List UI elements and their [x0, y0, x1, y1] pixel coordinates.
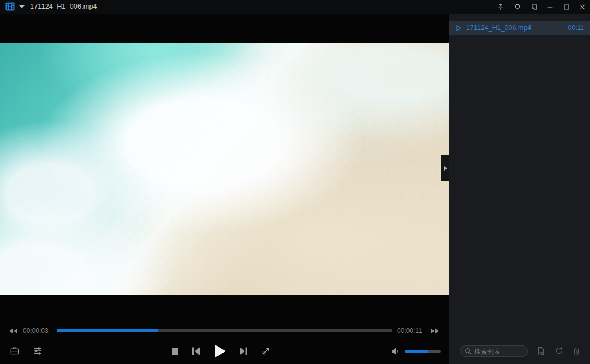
close-icon — [579, 3, 586, 11]
next-button[interactable] — [239, 347, 248, 356]
mini-mode-icon — [530, 3, 538, 11]
volume-slider-fill — [405, 350, 428, 353]
fullscreen-button[interactable] — [261, 347, 270, 356]
toolbox-icon — [9, 345, 20, 356]
toolbox-button[interactable] — [9, 345, 20, 356]
previous-icon — [191, 347, 201, 356]
refresh-button[interactable] — [553, 345, 565, 357]
current-time: 00:00:03 — [23, 327, 49, 335]
playlist-item-active[interactable]: 171124_H1_006.mp4 00:11 — [449, 21, 590, 35]
mini-mode-button[interactable] — [528, 2, 539, 12]
video-frame-beach-wave[interactable] — [0, 43, 449, 295]
collapse-panel-tab[interactable] — [441, 155, 450, 181]
lightbulb-button[interactable] — [512, 2, 523, 12]
settings-sliders-button[interactable] — [32, 345, 43, 356]
player-window: 171124_H1_006.mp4 — [0, 0, 590, 364]
lightbulb-icon — [514, 3, 521, 11]
refresh-icon — [555, 347, 563, 355]
maximize-button[interactable] — [561, 2, 572, 12]
clear-playlist-button[interactable] — [570, 345, 582, 357]
playlist-panel: 171124_H1_006.mp4 00:11 — [449, 14, 590, 364]
remove-invalid-button[interactable] — [535, 345, 547, 357]
fast-forward-button[interactable] — [430, 328, 440, 334]
title-dropdown-caret[interactable] — [19, 5, 25, 8]
seek-bar[interactable] — [57, 329, 392, 332]
play-button[interactable] — [214, 344, 226, 358]
playlist-search-box[interactable] — [460, 345, 528, 357]
trash-icon — [572, 347, 581, 355]
collapse-panel-arrow-icon — [444, 166, 447, 171]
rewind-icon — [9, 328, 18, 334]
settings-sliders-icon — [32, 345, 43, 356]
fullscreen-icon — [261, 347, 270, 356]
window-title: 171124_H1_006.mp4 — [30, 3, 97, 10]
minimize-button[interactable] — [545, 2, 556, 12]
speaker-icon — [390, 347, 400, 356]
fast-forward-icon — [430, 328, 440, 334]
stop-icon — [172, 348, 178, 355]
playlist-item-title: 171124_H1_006.mp4 — [466, 24, 568, 32]
stop-button[interactable] — [172, 348, 178, 355]
playlist-footer — [449, 344, 590, 359]
mute-button[interactable] — [390, 347, 400, 356]
playlist-item-duration: 00:11 — [568, 24, 584, 32]
player-area: 00:00:03 00:00:11 — [0, 14, 449, 364]
previous-button[interactable] — [191, 347, 201, 356]
search-icon — [465, 348, 472, 355]
volume-slider[interactable] — [405, 350, 441, 353]
maximize-icon — [563, 3, 570, 11]
remove-invalid-icon — [537, 347, 545, 355]
play-icon — [214, 344, 226, 358]
close-button[interactable] — [577, 2, 588, 12]
playlist-search-input[interactable] — [474, 348, 525, 355]
titlebar: 171124_H1_006.mp4 — [0, 0, 590, 14]
pin-icon — [497, 3, 504, 11]
pin-button[interactable] — [495, 2, 506, 12]
seek-bar-fill — [57, 329, 158, 332]
playlist-play-outline-icon — [456, 25, 461, 31]
rewind-button[interactable] — [9, 328, 18, 334]
minimize-icon — [546, 3, 554, 11]
app-logo-filmstrip-icon[interactable] — [5, 2, 15, 11]
total-time: 00:00:11 — [397, 327, 422, 335]
next-icon — [239, 347, 248, 356]
seek-row: 00:00:03 00:00:11 — [0, 326, 449, 337]
control-bar — [0, 339, 449, 364]
